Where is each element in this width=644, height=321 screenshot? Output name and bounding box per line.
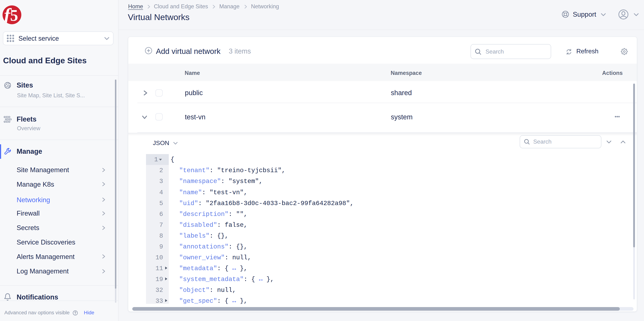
svg-text:5: 5 bbox=[10, 7, 18, 24]
